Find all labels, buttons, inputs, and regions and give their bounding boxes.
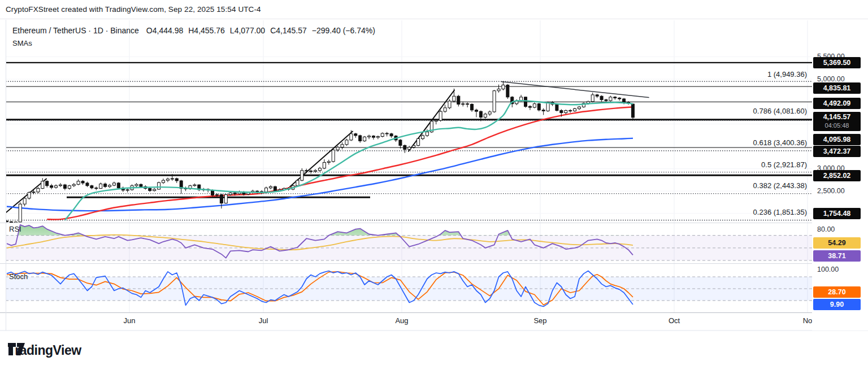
tradingview-logo[interactable]: TradingView [8,343,81,358]
stoch-pane[interactable] [6,271,812,307]
time-axis-month-label: Sep [533,316,546,325]
fib-level-label: 0.618 (3,400.36) [0,138,807,147]
fib-level-label: 0.236 (1,851.35) [0,208,807,216]
time-axis-month-label: Aug [395,316,408,325]
axis-value-badge: 1,754.48 [813,208,861,219]
axis-tick-label: 5,000.00 [817,75,845,83]
ohlc-low: L4,077.00 [230,26,265,35]
ohlc-high: H4,455.76 [188,26,225,35]
axis-value-badge: 4,095.98 [813,134,861,145]
ohlc-close: C4,145.57 [270,26,307,35]
rsi-pane[interactable] [6,225,812,260]
tradingview-chart-page: { "attribution": "CryptoFXStreet created… [0,0,868,374]
symbol-title[interactable]: Ethereum / TetherUS · 1D · Binance [12,26,139,35]
fib-level-label: 0.786 (4,081.60) [0,107,807,115]
time-axis-month-label: Jul [259,316,268,325]
stoch-d-value-badge: 28.70 [813,286,861,298]
rsi-ma-value-badge: 54.29 [813,237,861,249]
tradingview-logo-icon [8,343,25,356]
ohlc-change: −299.40 (−6.74%) [312,26,375,35]
attribution-text: CryptoFXStreet created with TradingView.… [6,5,261,14]
chart-legend[interactable]: Ethereum / TetherUS · 1D · Binance O4,44… [12,26,375,35]
time-axis[interactable]: JunJulAugSepOctNo [6,312,812,330]
price-axis[interactable]: 5,500.005,000.003,000.002,500.0080.00100… [812,20,868,330]
axis-value-badge: 5,369.50 [813,57,861,68]
chart-left-border [6,20,6,330]
axis-tick-label: 2,500.00 [817,187,845,195]
axis-value-badge: 4,492.09 [813,98,861,109]
fib-level-label: 1 (4,949.36) [0,70,807,79]
time-axis-month-label: Jun [124,316,136,325]
axis-tick-label: 80.00 [817,225,835,233]
fib-level-label: 0.382 (2,443.38) [0,181,807,190]
header-divider [0,19,868,19]
stoch-pane-label[interactable]: Stoch [9,272,28,281]
time-axis-month-label: Oct [669,316,680,325]
fib-level-label: 0.5 (2,921.87) [0,160,807,169]
rsi-pane-label[interactable]: RSI [9,225,21,233]
axis-tick-label: 100.00 [817,266,839,273]
axis-value-badge: 3,472.37 [813,146,861,157]
rsi-value-badge: 38.71 [813,250,861,262]
time-axis-month-label: No [803,316,812,325]
axis-value-badge: 2,852.02 [813,170,861,181]
smas-indicator-label[interactable]: SMAs [12,39,32,47]
axis-value-badge: 4,835.81 [813,82,861,94]
current-price-badge: 4,145.5704:05:48 [813,112,861,131]
trendline[interactable] [501,81,649,97]
stoch-k-value-badge: 9.90 [813,299,861,310]
ohlc-open: O4,444.98 [146,26,183,35]
